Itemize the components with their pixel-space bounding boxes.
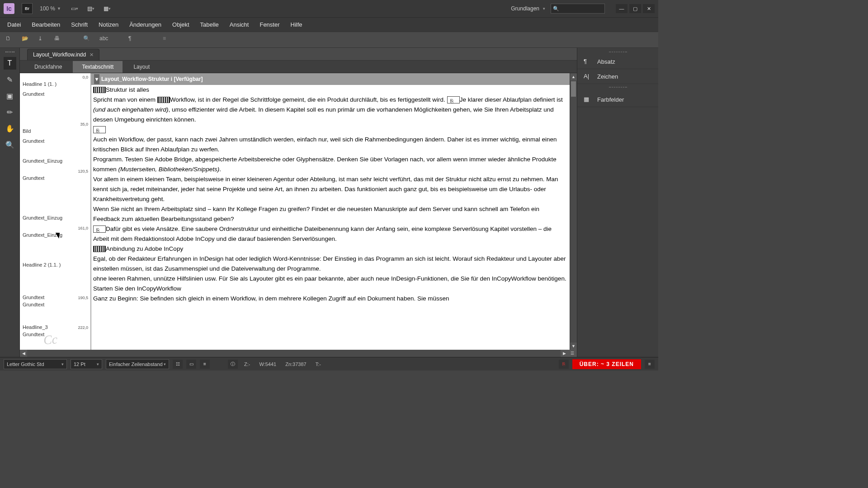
print-icon[interactable]: 🖶: [54, 35, 63, 44]
app-logo: Ic: [4, 3, 14, 14]
scroll-right-icon[interactable]: ▶: [561, 350, 568, 357]
panel-zeichen[interactable]: A| Zeichen: [577, 69, 658, 84]
w-count: W:5441: [256, 361, 279, 367]
position-tool[interactable]: ▣: [4, 89, 16, 102]
character-icon: A|: [584, 73, 593, 80]
story-header[interactable]: ▾ Layout_Workflow-Struktur i [Verfügbar]: [91, 73, 570, 85]
style-label: Grundtext: [23, 138, 44, 144]
style-row[interactable]: Grundtext: [20, 301, 91, 321]
menu-objekt[interactable]: Objekt: [167, 19, 195, 31]
note-tool[interactable]: ✎: [4, 73, 16, 86]
panel-label: Farbfelder: [597, 96, 624, 103]
close-tab-icon[interactable]: ✕: [90, 52, 94, 58]
view-tab-textabschnitt[interactable]: Textabschnitt: [73, 61, 123, 73]
style-label: Grundtext_Einzug: [23, 158, 62, 164]
text-line: Ganz zu Beginn: Sie befinden sich gleich…: [93, 294, 568, 304]
vertical-scrollbar[interactable]: ▲ ▼: [570, 73, 577, 350]
style-row[interactable]: 35,0: [20, 120, 91, 127]
panel-grip[interactable]: [5, 52, 14, 53]
style-row[interactable]: Headline_3222,0: [20, 321, 91, 331]
font-size: 12 Pt: [74, 361, 85, 367]
panel-absatz[interactable]: ¶ Absatz: [577, 54, 658, 69]
scroll-up-icon[interactable]: ▲: [570, 73, 577, 80]
menu-tabelle[interactable]: Tabelle: [195, 19, 224, 31]
font-size-selector[interactable]: 12 Pt▾: [71, 359, 102, 369]
scroll-left-icon[interactable]: ◀: [20, 350, 27, 357]
view-tab-druckfahne[interactable]: Druckfahne: [25, 61, 71, 73]
scroll-down-icon[interactable]: ▼: [570, 343, 577, 350]
view-tab-layout[interactable]: Layout: [124, 61, 159, 73]
type-tool[interactable]: T: [4, 57, 16, 70]
hand-tool[interactable]: ✋: [4, 122, 16, 135]
overset-icon[interactable]: ⎘: [559, 360, 569, 369]
position-value: 120,5: [78, 169, 88, 174]
style-row[interactable]: 161,0: [20, 224, 91, 231]
style-label: Grundtext: [23, 295, 44, 300]
spellcheck-icon[interactable]: abc: [99, 35, 108, 44]
minimize-button[interactable]: —: [616, 4, 627, 13]
menu-notizen[interactable]: Notizen: [93, 19, 124, 31]
scroll-thumb[interactable]: [571, 81, 576, 97]
menu-datei[interactable]: Datei: [2, 19, 26, 31]
horizontal-scrollbar[interactable]: ◀ ▶ ☰: [20, 350, 577, 357]
menu-schrift[interactable]: Schrift: [66, 19, 93, 31]
close-button[interactable]: ✕: [643, 4, 655, 13]
style-row[interactable]: Grundtext_Einzug: [20, 214, 91, 224]
story-editor[interactable]: ▾ Layout_Workflow-Struktur i [Verfügbar]…: [91, 73, 570, 350]
panel-grip[interactable]: [609, 87, 627, 89]
stats-icon-2[interactable]: ▭: [186, 360, 196, 369]
pilcrow-icon[interactable]: ¶: [128, 35, 137, 44]
open-icon[interactable]: 📂: [22, 35, 31, 44]
save-icon[interactable]: ⤓: [38, 35, 47, 44]
view-options-icon[interactable]: ▦▾: [101, 4, 113, 13]
story-info-icon[interactable]: ☰: [568, 350, 577, 357]
style-label: Grundtext_Einzug: [23, 215, 62, 221]
info-icon[interactable]: ⓘ: [228, 360, 238, 369]
document-tab[interactable]: Layout_Workflow.indd ✕: [27, 49, 99, 60]
style-row[interactable]: Grundtext: [20, 174, 91, 214]
search-input[interactable]: 🔍: [551, 4, 605, 14]
zoom-tool[interactable]: 🔍: [4, 138, 16, 151]
style-label: Headline 1 (1. ): [23, 81, 57, 87]
panel-menu-icon[interactable]: ≡: [645, 360, 655, 369]
style-row[interactable]: Grundtext: [20, 90, 91, 120]
position-value: 35,0: [80, 122, 88, 127]
menu-fenster[interactable]: Fenster: [254, 19, 285, 31]
font-selector[interactable]: Letter Gothic Std▾: [4, 359, 67, 369]
text-line: Auch ein Workflow, der passt, kann nach …: [93, 135, 568, 155]
menu-icon[interactable]: ≡: [163, 35, 172, 44]
position-value: 161,0: [78, 226, 88, 230]
arrange-icon[interactable]: ▤▾: [85, 4, 97, 13]
anchored-object-icon: [93, 87, 106, 93]
screen-mode-icon[interactable]: ▭▾: [68, 4, 81, 13]
menu-ansicht[interactable]: Ansicht: [224, 19, 255, 31]
text-line: Wenn Sie nicht an Ihrem Arbeitsplatz sin…: [93, 204, 568, 224]
zoom-level[interactable]: 100 % ▼: [40, 5, 61, 12]
style-row[interactable]: Grundtext: [20, 137, 91, 157]
style-row[interactable]: Grundtext_Einzug: [20, 231, 91, 261]
style-row[interactable]: Bild: [20, 127, 91, 137]
eyedropper-tool[interactable]: ✏: [4, 106, 16, 118]
workspace-selector[interactable]: Grundlagen ▾: [511, 5, 545, 12]
find-icon[interactable]: 🔍: [83, 35, 92, 44]
style-row[interactable]: 120,5: [20, 167, 91, 174]
maximize-button[interactable]: ▢: [629, 4, 641, 13]
bridge-button[interactable]: Br: [22, 3, 33, 14]
anchored-object-icon: [93, 246, 106, 252]
new-icon[interactable]: 🗋: [5, 35, 14, 44]
style-row[interactable]: 0,0: [20, 73, 91, 80]
menu-icon[interactable]: ≡: [200, 360, 210, 369]
menu-aenderungen[interactable]: Änderungen: [124, 19, 167, 31]
stats-icon[interactable]: ☷: [173, 360, 183, 369]
style-row[interactable]: Grundtext190,5: [20, 271, 91, 301]
style-label: Grundtext: [23, 175, 44, 181]
workspace-label: Grundlagen: [511, 5, 539, 12]
menu-bearbeiten[interactable]: Bearbeiten: [26, 19, 66, 31]
leading-selector[interactable]: Einfacher Zeilenabstand▾: [106, 359, 169, 369]
style-row[interactable]: Headline 1 (1. ): [20, 80, 91, 90]
panel-farbfelder[interactable]: ▦ Farbfelder: [577, 92, 658, 107]
style-row[interactable]: Grundtext_Einzug: [20, 157, 91, 167]
style-label: Headline 2 (1.1. ): [23, 262, 61, 267]
menu-hilfe[interactable]: Hilfe: [285, 19, 308, 31]
style-row[interactable]: Headline 2 (1.1. ): [20, 261, 91, 271]
